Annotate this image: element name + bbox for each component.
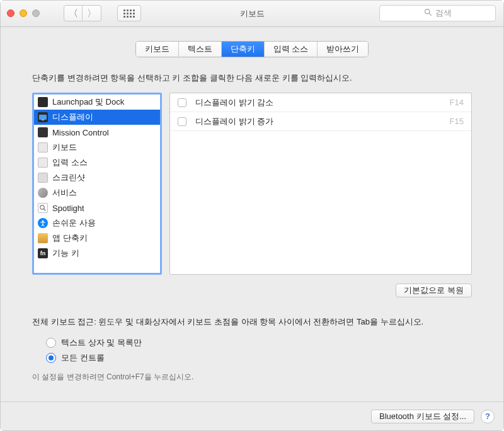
services-icon <box>38 188 48 198</box>
svg-point-6 <box>42 221 44 222</box>
radio-text-boxes[interactable]: 텍스트 상자 및 목록만 <box>46 335 472 350</box>
content-area: 단축키를 변경하려면 항목을 선택하고 키 조합을 클릭한 다음 새로운 키를 … <box>1 57 503 401</box>
svg-point-4 <box>40 205 44 209</box>
function-keys-icon: fn <box>38 248 48 258</box>
input-source-icon <box>38 158 48 168</box>
radio-button[interactable] <box>46 353 56 363</box>
app-shortcuts-icon <box>38 233 48 243</box>
category-screenshots[interactable]: 스크린샷 <box>34 170 160 185</box>
svg-rect-2 <box>39 115 47 120</box>
category-mission-control[interactable]: Mission Control <box>34 125 160 140</box>
category-label: Launchpad 및 Dock <box>52 96 124 108</box>
category-label: 앱 단축키 <box>52 233 88 244</box>
category-label: 기능 키 <box>52 248 79 259</box>
category-label: 키보드 <box>52 142 77 153</box>
category-display[interactable]: 디스플레이 <box>34 110 160 125</box>
titlebar: 〈 〉 키보드 검색 <box>1 1 503 27</box>
footer: Bluetooth 키보드 설정... ? <box>1 401 503 430</box>
search-placeholder: 검색 <box>435 8 452 19</box>
svg-point-0 <box>425 9 429 14</box>
category-label: 스크린샷 <box>52 172 85 183</box>
full-keyboard-hint: 이 설정을 변경하려면 Control+F7을 누르십시오. <box>32 372 472 382</box>
category-label: Mission Control <box>52 128 109 137</box>
instruction-text: 단축키를 변경하려면 항목을 선택하고 키 조합을 클릭한 다음 새로운 키를 … <box>32 72 472 84</box>
shortcut-row[interactable]: 디스플레이 밝기 증가 F15 <box>170 112 471 131</box>
shortcut-row[interactable]: 디스플레이 밝기 감소 F14 <box>170 93 471 112</box>
shortcut-key[interactable]: F14 <box>450 98 464 107</box>
shortcut-label: 디스플레이 밝기 감소 <box>195 97 441 108</box>
keyboard-icon <box>38 142 48 152</box>
category-function-keys[interactable]: fn 기능 키 <box>34 246 160 261</box>
category-app-shortcuts[interactable]: 앱 단축키 <box>34 231 160 246</box>
tab-keyboard[interactable]: 키보드 <box>136 42 179 57</box>
launchpad-icon <box>38 97 48 107</box>
category-label: 손쉬운 사용 <box>52 217 96 229</box>
mission-control-icon <box>38 127 48 137</box>
radio-label: 텍스트 상자 및 목록만 <box>61 337 142 348</box>
category-launchpad[interactable]: Launchpad 및 Dock <box>34 95 160 110</box>
search-icon <box>424 8 432 18</box>
radio-all-controls[interactable]: 모든 컨트롤 <box>46 350 472 365</box>
restore-defaults-button[interactable]: 기본값으로 복원 <box>396 284 472 297</box>
full-keyboard-access: 전체 키보드 접근: 윈도우 및 대화상자에서 키보드 초점을 아래 항목 사이… <box>32 316 472 382</box>
preferences-window: 〈 〉 키보드 검색 키보드 텍스트 단축키 입력 소스 <box>0 0 504 431</box>
shortcut-key[interactable]: F15 <box>450 117 464 126</box>
svg-rect-3 <box>42 120 44 120</box>
category-label: 서비스 <box>52 187 77 198</box>
accessibility-icon <box>38 218 48 228</box>
category-label: 디스플레이 <box>52 112 93 123</box>
search-input[interactable]: 검색 <box>379 5 496 21</box>
display-icon <box>38 112 48 122</box>
shortcut-list[interactable]: 디스플레이 밝기 감소 F14 디스플레이 밝기 증가 F15 <box>169 93 472 275</box>
category-label: Spotlight <box>52 204 84 213</box>
tab-shortcuts[interactable]: 단축키 <box>222 42 265 57</box>
shortcut-checkbox[interactable] <box>178 98 186 107</box>
spotlight-icon <box>38 203 48 213</box>
tab-dictation[interactable]: 받아쓰기 <box>318 42 368 57</box>
screenshot-icon <box>38 173 48 183</box>
help-button[interactable]: ? <box>481 410 495 423</box>
full-keyboard-instruction: 전체 키보드 접근: 윈도우 및 대화상자에서 키보드 초점을 아래 항목 사이… <box>32 316 472 328</box>
svg-line-1 <box>429 13 431 15</box>
radio-label: 모든 컨트롤 <box>61 352 105 364</box>
tab-input-sources[interactable]: 입력 소스 <box>265 42 318 57</box>
radio-button[interactable] <box>46 338 56 348</box>
category-spotlight[interactable]: Spotlight <box>34 200 160 216</box>
category-input-sources[interactable]: 입력 소스 <box>34 155 160 170</box>
tab-text[interactable]: 텍스트 <box>179 42 222 57</box>
shortcut-label: 디스플레이 밝기 증가 <box>195 116 441 127</box>
svg-line-5 <box>44 209 46 211</box>
category-keyboard[interactable]: 키보드 <box>34 140 160 155</box>
category-label: 입력 소스 <box>52 157 88 168</box>
category-accessibility[interactable]: 손쉬운 사용 <box>34 216 160 231</box>
category-list[interactable]: Launchpad 및 Dock 디스플레이 Mission Control 키… <box>32 93 162 275</box>
category-services[interactable]: 서비스 <box>34 185 160 200</box>
shortcut-checkbox[interactable] <box>178 117 186 126</box>
tab-bar: 키보드 텍스트 단축키 입력 소스 받아쓰기 <box>1 41 503 57</box>
split-view: Launchpad 및 Dock 디스플레이 Mission Control 키… <box>32 93 472 275</box>
bluetooth-keyboard-button[interactable]: Bluetooth 키보드 설정... <box>371 410 474 423</box>
